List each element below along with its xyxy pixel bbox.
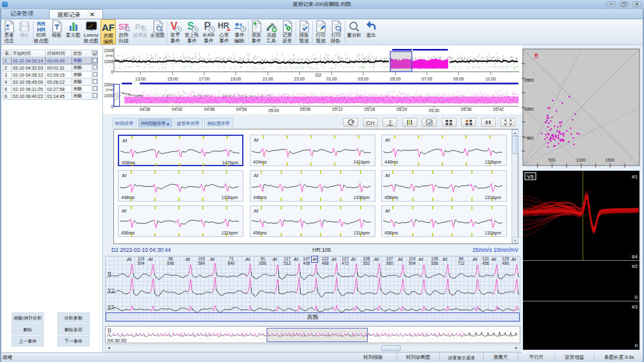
svg-text:Af: Af (122, 138, 128, 144)
svg-text:05:30: 05:30 (429, 108, 440, 113)
svg-text:Af: Af (122, 208, 127, 214)
svg-text:CH: CH (366, 120, 375, 126)
svg-text:Af: Af (254, 137, 259, 143)
svg-text:456ms: 456ms (253, 231, 267, 235)
svg-text:133bpm: 133bpm (222, 195, 238, 200)
svg-text:408ms: 408ms (122, 160, 136, 165)
svg-text:448ms: 448ms (121, 195, 135, 200)
svg-text:1500: 1500 (605, 158, 615, 162)
svg-text:09:00: 09:00 (453, 77, 464, 81)
svg-text:131bpm: 131bpm (353, 231, 369, 236)
svg-text:Af: Af (254, 208, 259, 214)
svg-text:0: 0 (635, 343, 638, 348)
svg-text:15:00: 15:00 (167, 77, 178, 81)
svg-text:131bpm: 131bpm (485, 195, 501, 200)
svg-text:23:00: 23:00 (294, 77, 305, 81)
svg-text:500: 500 (549, 158, 556, 162)
svg-text:133bpm: 133bpm (353, 195, 369, 200)
svg-text:147bpm: 147bpm (222, 160, 238, 166)
svg-text:133bpm: 133bpm (485, 160, 501, 165)
svg-text:456ms: 456ms (384, 195, 399, 200)
svg-text:1000: 1000 (576, 158, 586, 162)
svg-text:17:00: 17:00 (199, 77, 210, 81)
svg-text:01:00: 01:00 (327, 77, 337, 81)
svg-text:456ms: 456ms (121, 231, 135, 235)
svg-text:131bpm: 131bpm (485, 231, 501, 236)
svg-text:D2: D2 (316, 73, 321, 77)
svg-text:T: T (388, 119, 392, 126)
svg-text:0: 0 (111, 104, 113, 109)
svg-text:Pa: Pa (135, 23, 144, 32)
svg-text:#3: #3 (632, 304, 638, 310)
svg-text:131bpm: 131bpm (222, 231, 238, 236)
svg-text:456ms: 456ms (384, 231, 399, 235)
svg-text:07:00: 07:00 (422, 77, 433, 81)
svg-text:R: R (535, 52, 538, 58)
svg-text:(ms): (ms) (106, 88, 113, 91)
svg-text:Af: Af (385, 208, 390, 214)
svg-text:Af: Af (385, 173, 390, 178)
svg-text:0: 0 (635, 294, 638, 300)
svg-text:2000: 2000 (104, 82, 114, 87)
svg-text:141bpm: 141bpm (353, 160, 369, 165)
svg-text:19:00: 19:00 (231, 77, 242, 81)
svg-text:13:00: 13:00 (135, 77, 146, 81)
svg-text:(ms): (ms) (106, 53, 113, 57)
svg-text:448ms: 448ms (253, 195, 267, 200)
svg-text:84: 84 (632, 254, 638, 260)
svg-text:03:00: 03:00 (358, 77, 369, 81)
svg-text:AF: AF (102, 22, 115, 33)
svg-text:05:00: 05:00 (390, 77, 401, 81)
svg-text:21:00: 21:00 (263, 77, 274, 81)
svg-text:05:00: 05:00 (269, 108, 279, 113)
svg-text:#2: #2 (632, 263, 638, 269)
svg-text:1000: 1000 (104, 93, 114, 98)
svg-text:0: 0 (111, 70, 113, 74)
svg-text:Af: Af (254, 173, 259, 178)
svg-text:V5: V5 (527, 174, 534, 180)
svg-text:11:00: 11:00 (486, 77, 496, 81)
svg-text:#1: #1 (632, 174, 638, 180)
svg-text:448ms: 448ms (384, 160, 399, 164)
svg-text:Af: Af (122, 173, 127, 178)
svg-text:Af: Af (385, 137, 390, 143)
svg-text:424ms: 424ms (253, 160, 267, 164)
